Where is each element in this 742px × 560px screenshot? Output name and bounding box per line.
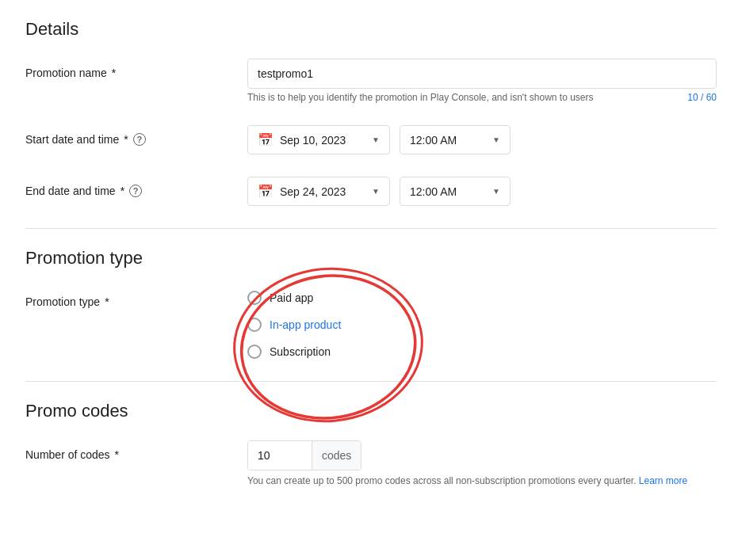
number-of-codes-row: Number of codes * codes You can create u… (25, 440, 717, 493)
end-time-value: 12:00 AM (410, 185, 486, 198)
promotion-name-row: Promotion name * This is to help you ide… (25, 59, 717, 109)
char-count: 10 / 60 (687, 92, 717, 103)
promo-codes-section-title: Promo codes (25, 401, 717, 421)
radio-label-in-app: In-app product (270, 318, 341, 331)
radio-option-subscription[interactable]: Subscription (247, 345, 717, 359)
start-date-dropdown[interactable]: 📅 Sep 10, 2023 ▼ (247, 125, 390, 154)
end-date-dropdown[interactable]: 📅 Sep 24, 2023 ▼ (247, 177, 390, 206)
radio-group: Paid app In-app product Subscription (247, 288, 717, 359)
promotion-type-row: Promotion type * Paid app In-app product (25, 288, 717, 365)
start-date-value: Sep 10, 2023 (280, 134, 365, 147)
radio-circle-in-app (247, 318, 262, 332)
start-date-row: Start date and time * ? 📅 Sep 10, 2023 ▼… (25, 125, 717, 161)
radio-circle-paid-app (247, 291, 262, 305)
radio-circle-subscription (247, 345, 262, 359)
end-date-help-icon[interactable]: ? (129, 185, 142, 197)
start-time-value: 12:00 AM (410, 134, 486, 147)
radio-options-container: Paid app In-app product Subscription (247, 288, 717, 359)
start-time-dropdown[interactable]: 12:00 AM ▼ (400, 125, 511, 154)
start-date-label: Start date and time * ? (25, 125, 247, 146)
radio-option-in-app-product[interactable]: In-app product (247, 318, 717, 332)
promotion-name-input[interactable] (247, 59, 717, 89)
end-date-content: 📅 Sep 24, 2023 ▼ 12:00 AM ▼ (247, 177, 717, 206)
learn-more-link[interactable]: Learn more (639, 475, 687, 486)
calendar-icon-end: 📅 (258, 184, 273, 199)
end-date-label: End date and time * ? (25, 177, 247, 197)
radio-label-subscription: Subscription (270, 345, 331, 358)
promotion-name-hint: This is to help you identify the promoti… (247, 92, 594, 103)
codes-number-input[interactable] (248, 441, 312, 470)
promotion-name-label: Promotion name * (25, 59, 247, 79)
end-date-value: Sep 24, 2023 (280, 185, 365, 198)
calendar-icon: 📅 (258, 132, 273, 147)
number-of-codes-label: Number of codes * (25, 440, 247, 461)
start-time-chevron-icon: ▼ (492, 135, 500, 144)
promotion-type-label: Promotion type * (25, 288, 247, 308)
codes-input-wrapper: codes (247, 440, 361, 470)
end-time-chevron-icon: ▼ (492, 187, 500, 196)
promotion-name-content: This is to help you identify the promoti… (247, 59, 717, 103)
start-date-help-icon[interactable]: ? (133, 133, 146, 146)
promo-codes-input-row: codes (247, 440, 717, 470)
promotion-type-section: Promotion type Promotion type * Paid app (25, 248, 717, 365)
promo-codes-divider (25, 381, 717, 382)
start-date-time-row: 📅 Sep 10, 2023 ▼ 12:00 AM ▼ (247, 125, 717, 154)
promotion-type-content: Paid app In-app product Subscription (247, 288, 717, 359)
number-of-codes-content: codes You can create up to 500 promo cod… (247, 440, 717, 486)
end-time-dropdown[interactable]: 12:00 AM ▼ (400, 177, 511, 206)
details-divider (25, 228, 717, 229)
details-section-title: Details (25, 19, 717, 40)
required-asterisk: * (112, 67, 116, 79)
start-date-chevron-icon: ▼ (372, 135, 380, 144)
promotion-name-hint-row: This is to help you identify the promoti… (247, 92, 717, 103)
radio-option-paid-app[interactable]: Paid app (247, 291, 717, 305)
end-date-row: End date and time * ? 📅 Sep 24, 2023 ▼ 1… (25, 177, 717, 212)
codes-hint: You can create up to 500 promo codes acr… (247, 475, 717, 486)
codes-suffix: codes (312, 441, 361, 470)
promotion-type-section-title: Promotion type (25, 248, 717, 269)
radio-label-paid-app: Paid app (270, 291, 313, 304)
end-date-chevron-icon: ▼ (372, 187, 380, 196)
start-date-content: 📅 Sep 10, 2023 ▼ 12:00 AM ▼ (247, 125, 717, 154)
end-date-time-row: 📅 Sep 24, 2023 ▼ 12:00 AM ▼ (247, 177, 717, 206)
